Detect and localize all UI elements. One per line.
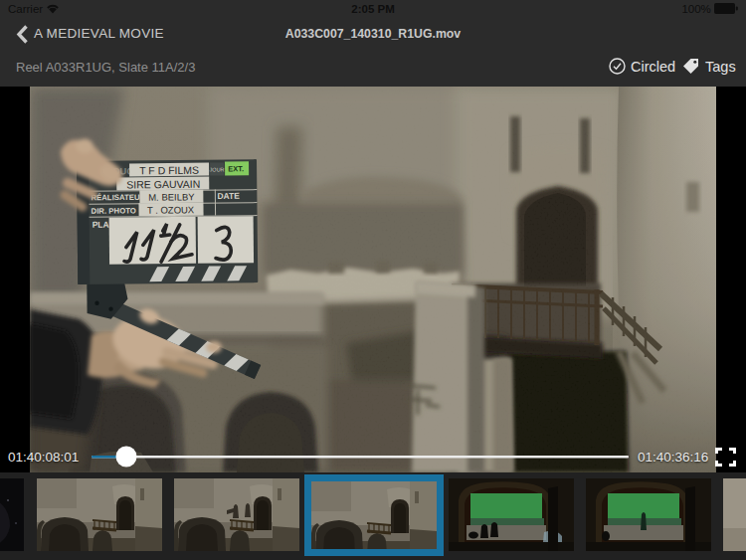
svg-text:SIRE GAUVAIN: SIRE GAUVAIN	[126, 178, 200, 191]
svg-text:M. BEILBY: M. BEILBY	[148, 191, 195, 202]
svg-text:DATE: DATE	[217, 191, 240, 201]
svg-text:RÉALISATEUR: RÉALISATEUR	[91, 193, 145, 203]
svg-text:T F D FILMS: T F D FILMS	[139, 164, 199, 177]
svg-text:JOUR: JOUR	[210, 166, 225, 172]
svg-text:T . OZOUX: T . OZOUX	[147, 204, 195, 216]
svg-text:EXT.: EXT.	[228, 164, 244, 173]
svg-text:DIR. PHOTO: DIR. PHOTO	[91, 206, 135, 215]
